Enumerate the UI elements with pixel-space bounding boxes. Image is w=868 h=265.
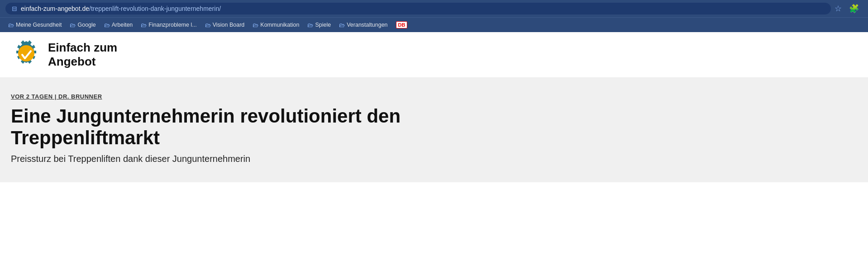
- folder-icon: 🗁: [8, 22, 14, 28]
- bookmark-label: Kommunikation: [260, 22, 299, 28]
- bookmark-finanzprobleme[interactable]: 🗁 Finanzprobleme l...: [137, 20, 200, 30]
- address-bar-row: ⊟ einfach-zum-angebot.de/treppenlift-rev…: [0, 0, 868, 17]
- bookmark-label: Veranstaltungen: [347, 22, 387, 28]
- bookmark-veranstaltungen[interactable]: 🗁 Veranstaltungen: [335, 20, 391, 30]
- logo-line2: Angebot: [48, 55, 117, 69]
- bookmark-label: Arbeiten: [112, 22, 133, 28]
- bookmark-google[interactable]: 🗁 Google: [66, 20, 99, 30]
- db-badge-icon: DB: [396, 21, 408, 28]
- svg-point-0: [18, 45, 34, 62]
- article-section: VOR 2 TAGEN | DR. BRUNNER Eine Jungunter…: [0, 78, 868, 182]
- page-content: Einfach zum Angebot VOR 2 TAGEN | DR. BR…: [0, 32, 868, 182]
- folder-icon: 🗁: [104, 22, 110, 28]
- browser-chrome: ⊟ einfach-zum-angebot.de/treppenlift-rev…: [0, 0, 868, 32]
- url-domain: einfach-zum-angebot.de: [21, 5, 89, 12]
- logo-container: Einfach zum Angebot: [11, 39, 117, 70]
- logo-line1: Einfach zum: [48, 41, 117, 55]
- bookmark-spiele[interactable]: 🗁 Spiele: [304, 20, 334, 30]
- address-url: einfach-zum-angebot.de/treppenlift-revol…: [21, 5, 825, 12]
- folder-icon: 🗁: [141, 22, 147, 28]
- url-path: /treppenlift-revolution-dank-jungunterne…: [89, 5, 221, 12]
- bookmark-label: Google: [77, 22, 95, 28]
- bookmark-arbeiten[interactable]: 🗁 Arbeiten: [100, 20, 137, 30]
- address-bar-actions: ☆ 🧩: [835, 4, 863, 14]
- article-subtitle: Preissturz bei Treppenliften dank dieser…: [11, 154, 857, 164]
- folder-icon: 🗁: [70, 22, 76, 28]
- bookmark-db[interactable]: DB: [392, 19, 411, 30]
- address-bar[interactable]: ⊟ einfach-zum-angebot.de/treppenlift-rev…: [5, 3, 831, 14]
- logo-text: Einfach zum Angebot: [48, 41, 117, 69]
- bookmark-kommunikation[interactable]: 🗁 Kommunikation: [249, 20, 303, 30]
- folder-icon: 🗁: [339, 22, 345, 28]
- folder-icon: 🗁: [307, 22, 313, 28]
- logo-icon: [11, 39, 42, 70]
- site-header: Einfach zum Angebot: [0, 32, 868, 78]
- folder-icon: 🗁: [253, 22, 258, 28]
- tab-icon: ⊟: [12, 5, 17, 12]
- bookmark-label: Meine Gesundheit: [16, 22, 62, 28]
- star-icon[interactable]: ☆: [835, 4, 842, 14]
- article-title: Eine Jungunternehmerin revolutioniert de…: [11, 105, 554, 149]
- bookmark-vision-board[interactable]: 🗁 Vision Board: [201, 20, 248, 30]
- bookmark-label: Finanzprobleme l...: [148, 22, 196, 28]
- bookmark-label: Spiele: [315, 22, 331, 28]
- article-meta[interactable]: VOR 2 TAGEN | DR. BRUNNER: [11, 93, 102, 100]
- bookmark-label: Vision Board: [213, 22, 245, 28]
- extensions-icon[interactable]: 🧩: [849, 4, 859, 14]
- folder-icon: 🗁: [205, 22, 211, 28]
- bookmark-meine-gesundheit[interactable]: 🗁 Meine Gesundheit: [5, 20, 65, 30]
- bookmarks-bar: 🗁 Meine Gesundheit 🗁 Google 🗁 Arbeiten 🗁…: [0, 17, 868, 32]
